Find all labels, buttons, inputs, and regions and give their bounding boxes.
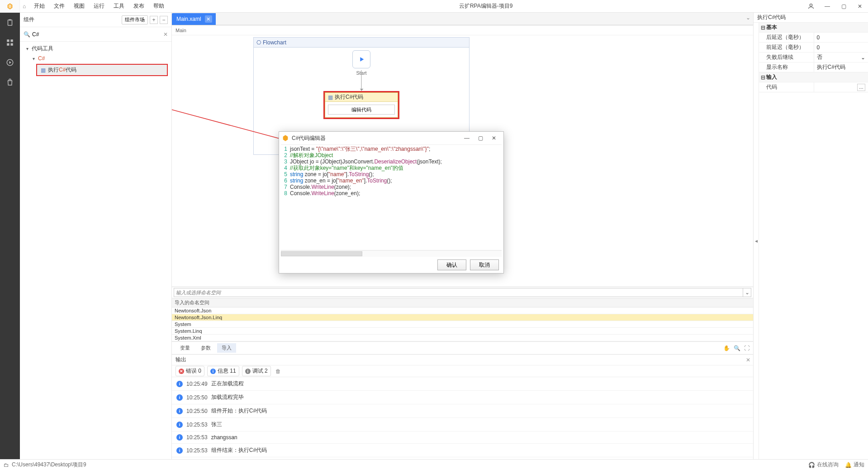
output-panel: 输出 ✕ ✕错误 0 i信息 11 i调试 2 🗑 i10:25:49正在加载流…: [172, 354, 753, 459]
menu-help[interactable]: 帮助: [149, 0, 169, 12]
tab-variables[interactable]: 变量: [175, 343, 194, 353]
menu-publish[interactable]: 发布: [129, 0, 149, 12]
search-input[interactable]: [32, 31, 163, 38]
edit-code-button[interactable]: 编辑代码: [328, 105, 395, 115]
menu-file[interactable]: 文件: [49, 0, 69, 12]
output-list[interactable]: i10:25:49正在加载流程i10:25:50加载流程完毕i10:25:50组…: [172, 377, 753, 459]
tab-label: Main.xaml: [176, 16, 201, 22]
menu-run[interactable]: 运行: [89, 0, 109, 12]
prop-continue-on-fail[interactable]: 否⌄: [814, 53, 868, 62]
minimize-button[interactable]: —: [819, 0, 835, 13]
tabs-expand-icon[interactable]: ⌄: [746, 14, 750, 21]
home-icon[interactable]: ⌂: [23, 3, 26, 10]
namespace-item[interactable]: Newtonsoft.Json: [172, 307, 753, 314]
app-logo: [0, 0, 20, 13]
notifications[interactable]: 🔔通知: [845, 461, 864, 469]
activity-bar: [0, 13, 20, 459]
rail-run-icon[interactable]: [5, 57, 15, 68]
filter-debug[interactable]: i调试 2: [242, 366, 271, 376]
tab-arguments[interactable]: 参数: [196, 343, 215, 353]
code-ellipsis-button[interactable]: …: [857, 84, 865, 91]
svg-rect-1: [8, 20, 12, 25]
tree-node-codetools[interactable]: ▾代码工具: [20, 43, 171, 54]
tab-close-icon[interactable]: ✕: [205, 15, 212, 23]
connector: [361, 70, 362, 92]
fit-icon[interactable]: ⛶: [744, 345, 749, 351]
prop-post-delay[interactable]: 0: [814, 33, 868, 42]
rail-store-icon[interactable]: [5, 77, 15, 88]
code-area[interactable]: jsonText = "{\"name\":\"张三\",\"name_en\"…: [288, 145, 502, 250]
namespace-dropdown-icon[interactable]: ⌄: [743, 288, 751, 297]
tree-node-csharp[interactable]: ▾C#: [20, 54, 171, 63]
svg-rect-4: [11, 39, 13, 42]
status-bar: 🗀 C:\Users\49437\Desktop\项目9 🎧在线咨询 🔔通知: [0, 459, 868, 470]
output-item[interactable]: i10:25:53组件结束：执行C#代码: [172, 444, 753, 457]
namespace-input[interactable]: [174, 288, 743, 297]
dialog-titlebar[interactable]: C#代码编辑器 — ▢ ✕: [279, 132, 503, 144]
component-tree: ▾代码工具 ▾C# ▦ 执行C#代码: [20, 42, 171, 459]
activity-title: 执行C#代码: [335, 93, 363, 101]
info-icon: i: [176, 422, 183, 428]
properties-title: 执行C#代码: [754, 13, 868, 23]
code-editor[interactable]: 12345678 jsonText = "{\"name\":\"张三\",\"…: [281, 144, 502, 250]
expand-all-button[interactable]: +: [150, 16, 158, 24]
svg-rect-6: [11, 43, 13, 46]
output-item[interactable]: i10:25:53zhangssan: [172, 432, 753, 444]
tree-node-execute-csharp[interactable]: ▦ 执行C#代码: [36, 64, 168, 76]
group-input[interactable]: 输入: [766, 73, 777, 81]
dialog-cancel-button[interactable]: 取消: [470, 259, 499, 270]
market-button[interactable]: 组件市场: [122, 15, 148, 24]
properties-collapse-icon[interactable]: ◂: [754, 23, 759, 459]
menu-view[interactable]: 视图: [69, 0, 89, 12]
output-item[interactable]: i10:25:50组件开始：执行C#代码: [172, 404, 753, 418]
namespace-item[interactable]: System.Linq: [172, 328, 753, 335]
output-item[interactable]: i10:25:49正在加载流程: [172, 377, 753, 391]
clear-search-icon[interactable]: ✕: [163, 31, 168, 38]
rail-apps-icon[interactable]: [5, 37, 15, 48]
breadcrumb[interactable]: Main: [172, 25, 753, 35]
dialog-logo: [282, 134, 289, 142]
namespace-item[interactable]: System.Xml: [172, 335, 753, 341]
prop-pre-delay[interactable]: 0: [814, 43, 868, 52]
zoom-icon[interactable]: 🔍: [734, 345, 740, 351]
headset-icon: 🎧: [808, 462, 815, 468]
pan-icon[interactable]: ✋: [723, 345, 730, 351]
namespace-item[interactable]: System: [172, 321, 753, 328]
menu-tools[interactable]: 工具: [109, 0, 129, 12]
titlebar: ⌂ 开始 文件 视图 运行 工具 发布 帮助 云扩RPA编辑器-项目9 — ▢ …: [0, 0, 868, 13]
online-consult[interactable]: 🎧在线咨询: [808, 461, 839, 469]
filter-error[interactable]: ✕错误 0: [175, 366, 204, 376]
project-path[interactable]: C:\Users\49437\Desktop\项目9: [12, 461, 86, 469]
namespace-item[interactable]: Newtonsoft.Json.Linq: [172, 314, 753, 321]
dialog-close-button[interactable]: ✕: [487, 133, 501, 144]
rail-clipboard-icon[interactable]: [5, 17, 15, 28]
dialog-ok-button[interactable]: 确认: [437, 259, 466, 270]
main-menu: 开始 文件 视图 运行 工具 发布 帮助: [29, 0, 169, 12]
maximize-button[interactable]: ▢: [835, 0, 852, 13]
tab-main[interactable]: Main.xaml ✕: [172, 13, 216, 25]
tab-imports[interactable]: 导入: [217, 343, 236, 353]
prop-display-name[interactable]: 执行C#代码: [814, 62, 868, 72]
collapse-all-button[interactable]: −: [160, 16, 168, 24]
filter-info[interactable]: i信息 11: [207, 366, 239, 376]
dialog-minimize-button[interactable]: —: [460, 133, 474, 144]
dialog-maximize-button[interactable]: ▢: [474, 133, 487, 144]
output-close-icon[interactable]: ✕: [746, 357, 750, 363]
prop-code[interactable]: …: [814, 82, 868, 92]
menu-start[interactable]: 开始: [29, 0, 49, 12]
execute-csharp-activity[interactable]: ▦执行C#代码 编辑代码: [323, 91, 399, 119]
designer-bottom-tabs: 变量 参数 导入 ✋ 🔍 ⛶: [172, 341, 753, 354]
svg-rect-3: [7, 39, 9, 42]
namespace-panel: ⌄ 导入的命名空间 Newtonsoft.JsonNewtonsoft.Json…: [172, 287, 753, 341]
close-button[interactable]: ✕: [852, 0, 868, 13]
editor-hscrollbar[interactable]: [281, 250, 502, 257]
svg-rect-2: [9, 19, 11, 21]
output-item[interactable]: i10:25:50加载流程完毕: [172, 391, 753, 404]
line-gutter: 12345678: [281, 145, 288, 250]
properties-panel: 执行C#代码 ◂ ⊟基本 后延迟（毫秒）0 前延迟（毫秒）0 失败后继续否⌄ 显…: [753, 13, 868, 459]
user-icon[interactable]: [803, 3, 819, 10]
output-item[interactable]: i10:25:53张三: [172, 418, 753, 432]
output-item[interactable]: i10:25:53项目结束：项目9. 耗时：00:00:03.760: [172, 457, 753, 459]
group-basic[interactable]: 基本: [766, 24, 777, 31]
clear-output-icon[interactable]: 🗑: [275, 368, 281, 374]
